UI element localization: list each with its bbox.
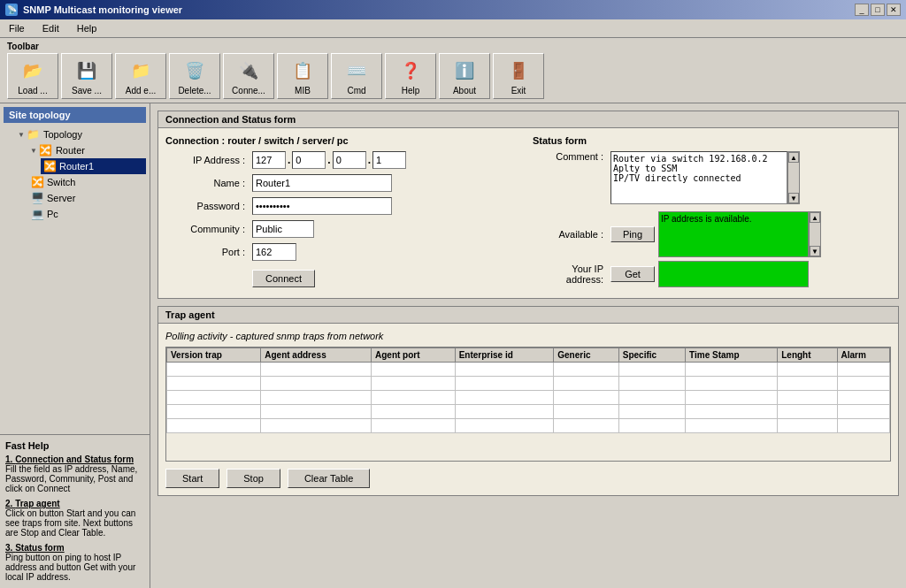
load-button[interactable]: 📂 Load ...	[7, 53, 58, 99]
sidebar-item-switch[interactable]: 🔀 Switch	[28, 174, 146, 190]
table-row	[167, 391, 890, 405]
connect-toolbar-label: Conne...	[232, 86, 265, 95]
sidebar-item-topology[interactable]: ▼ 📁 Topology	[16, 126, 146, 142]
topology-label: Topology	[43, 129, 82, 140]
stop-button[interactable]: Stop	[226, 469, 280, 488]
available-text: IP address is available.	[661, 214, 806, 224]
clear-table-button[interactable]: Clear Table	[288, 469, 370, 488]
connection-section-title: Connection : router / switch / server/ p…	[165, 135, 524, 146]
ip-dot-1: .	[288, 154, 290, 166]
fast-help-1-text: Fill the field as IP address, Name, Pass…	[5, 464, 144, 493]
add-button[interactable]: 📁 Add e...	[115, 53, 166, 99]
col-timestamp: Time Stamp	[686, 348, 778, 363]
server-icon: 🖥️	[30, 191, 44, 205]
col-agent-address: Agent address	[261, 348, 372, 363]
trap-header-row: Version trap Agent address Agent port En…	[167, 348, 890, 363]
about-icon: ℹ️	[450, 57, 479, 84]
ip-inputs: . . .	[252, 151, 406, 169]
menu-help[interactable]: Help	[72, 21, 103, 35]
mib-button[interactable]: 📋 MIB	[277, 53, 328, 99]
trap-panel-title: Trap agent	[158, 307, 898, 324]
app-icon: 📡	[5, 4, 18, 16]
minimize-button[interactable]: _	[855, 4, 869, 16]
comment-scroll-down[interactable]: ▼	[788, 193, 799, 203]
start-button[interactable]: Start	[165, 469, 219, 488]
trap-table-container[interactable]: Version trap Agent address Agent port En…	[165, 347, 891, 462]
window-controls[interactable]: _ □ ✕	[855, 4, 901, 16]
about-label: About	[453, 86, 476, 95]
community-input[interactable]	[252, 220, 314, 238]
table-row	[167, 405, 890, 419]
close-button[interactable]: ✕	[887, 4, 901, 16]
ip-seg2[interactable]	[292, 151, 326, 169]
exit-icon: 🚪	[504, 57, 533, 84]
menu-bar: File Edit Help	[0, 19, 906, 38]
sidebar-item-router[interactable]: ▼ 🔀 Router	[28, 142, 146, 158]
ip-dot-3: .	[368, 154, 371, 166]
name-input[interactable]	[252, 174, 392, 192]
connection-panel-title: Connection and Status form	[158, 111, 898, 128]
exit-button[interactable]: 🚪 Exit	[493, 53, 544, 99]
status-form: Status form Comment : Router via switch …	[533, 135, 891, 291]
trap-buttons: Start Stop Clear Table	[165, 469, 891, 488]
connect-toolbar-button[interactable]: 🔌 Conne...	[223, 53, 274, 99]
fast-help-3-text: Ping button on ping to host IP address a…	[5, 553, 144, 582]
comment-scroll-up[interactable]: ▲	[788, 152, 799, 163]
ip-label: IP Address :	[165, 155, 245, 165]
available-row: Available : Ping IP address is available…	[533, 211, 891, 257]
col-alarm: Alarm	[837, 348, 889, 363]
help-label: Help	[402, 86, 420, 95]
cmd-icon: ⌨️	[342, 57, 371, 84]
table-row	[167, 363, 890, 377]
community-label: Community :	[165, 224, 245, 234]
router-label: Router	[56, 145, 85, 156]
col-enterprise-id: Enterprise id	[455, 348, 554, 363]
ip-seg4[interactable]	[372, 151, 406, 169]
table-row	[167, 377, 890, 391]
maximize-button[interactable]: □	[871, 4, 885, 16]
cmd-label: Cmd	[347, 86, 365, 95]
password-label: Password :	[165, 201, 245, 211]
name-label: Name :	[165, 178, 245, 188]
available-scroll-up[interactable]: ▲	[810, 212, 820, 223]
trap-subtitle: Polling activity - captured snmp traps f…	[165, 331, 891, 341]
topology-expand-icon: ▼	[18, 131, 25, 139]
app-title: SNMP Multicast monitoring viewer	[23, 4, 182, 15]
sidebar-item-pc[interactable]: 💻 Pc	[28, 206, 146, 222]
mib-label: MIB	[295, 86, 311, 95]
community-row: Community :	[165, 220, 524, 238]
menu-file[interactable]: File	[4, 21, 30, 35]
fast-help-title: Fast Help	[5, 440, 144, 451]
port-input[interactable]	[252, 243, 296, 261]
available-scroll-down[interactable]: ▼	[810, 246, 820, 256]
ip-seg3[interactable]	[333, 151, 366, 169]
trap-table-header: Version trap Agent address Agent port En…	[167, 348, 890, 363]
about-button[interactable]: ℹ️ About	[439, 53, 490, 99]
password-input[interactable]	[252, 197, 392, 215]
sidebar-item-router1[interactable]: 🔀 Router1	[41, 158, 146, 174]
ping-button[interactable]: Ping	[610, 226, 655, 242]
sidebar-item-server[interactable]: 🖥️ Server	[28, 190, 146, 206]
delete-button[interactable]: 🗑️ Delete...	[169, 53, 220, 99]
cmd-button[interactable]: ⌨️ Cmd	[331, 53, 382, 99]
tree-header: Site topology	[4, 107, 146, 123]
help-button[interactable]: ❓ Help	[385, 53, 436, 99]
trap-agent-panel: Trap agent Polling activity - captured s…	[157, 306, 899, 496]
router-expand-icon: ▼	[30, 147, 37, 155]
comment-textarea[interactable]: Router via switch 192.168.0.2 Aplty to S…	[610, 151, 787, 204]
comment-label: Comment :	[533, 151, 603, 162]
router-icon: 🔀	[39, 143, 53, 157]
load-label: Load ...	[18, 86, 47, 95]
toolbar-buttons: 📂 Load ... 💾 Save ... 📁 Add e... 🗑️ Dele…	[7, 53, 899, 99]
ip-row: IP Address : . . .	[165, 151, 524, 169]
save-label: Save ...	[72, 86, 102, 95]
switch-icon: 🔀	[30, 175, 44, 189]
connect-button[interactable]: Connect	[252, 270, 315, 287]
pc-icon: 💻	[30, 207, 44, 221]
get-button[interactable]: Get	[610, 266, 655, 282]
ip-seg1[interactable]	[252, 151, 286, 169]
fast-help-2-text: Click on button Start and you can see tr…	[5, 508, 144, 538]
trap-panel-content: Polling activity - captured snmp traps f…	[158, 324, 898, 495]
menu-edit[interactable]: Edit	[37, 21, 65, 35]
save-button[interactable]: 💾 Save ...	[61, 53, 112, 99]
